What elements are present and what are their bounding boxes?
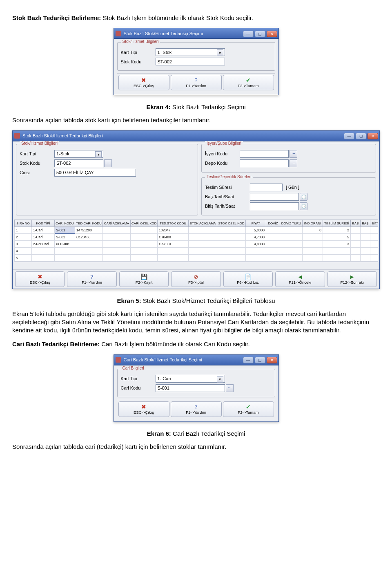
grid-cell[interactable] [370, 254, 379, 261]
f12-sonraki-button[interactable]: ►F12->Sonraki [327, 271, 377, 287]
table-row[interactable]: 21-CariS-002C120456C784004,70005 [15, 233, 379, 240]
table-row[interactable]: 5 [15, 254, 379, 261]
grid-cell[interactable] [361, 233, 370, 240]
grid-cell[interactable] [103, 226, 131, 233]
close-button[interactable]: ✕ [267, 31, 277, 37]
maximize-button[interactable]: ▢ [356, 133, 366, 139]
kart-tipi-combo[interactable]: 1- Stok [156, 48, 225, 56]
cinsi-input[interactable]: 500 GR FİLİZ ÇAY [54, 169, 136, 177]
grid-cell[interactable] [75, 254, 103, 261]
grid-cell[interactable] [370, 226, 379, 233]
grid-cell[interactable] [361, 240, 370, 247]
grid-cell[interactable]: 2-Pot.Cari [32, 240, 55, 247]
grid-cell[interactable] [158, 254, 189, 261]
grid-cell[interactable]: 3 [323, 240, 351, 247]
table-row[interactable]: 11-CariS-001147512001020475,0000020✕ [15, 226, 379, 233]
depo-kodu-input[interactable] [240, 159, 289, 167]
grid-cell[interactable] [370, 240, 379, 247]
grid-cell[interactable] [103, 233, 131, 240]
grid-cell[interactable] [361, 254, 370, 261]
grid-cell[interactable] [303, 240, 323, 247]
grid-cell[interactable]: S-002 [55, 233, 75, 240]
grid-cell[interactable] [361, 247, 370, 254]
f11-onceki-button[interactable]: ◄F11->Önceki [275, 271, 325, 287]
lookup-button[interactable]: ⋯ [290, 150, 297, 158]
lookup-button[interactable]: ⋯ [104, 159, 112, 167]
grid-cell[interactable]: 1-Cari [32, 226, 55, 233]
f6-kod-lis-button[interactable]: 📄F6->Kod Lis. [223, 271, 273, 287]
grid-cell[interactable] [131, 247, 158, 254]
grid-header[interactable]: DÖVİZ TÜRÜ [280, 220, 303, 226]
grid-cell[interactable] [32, 247, 55, 254]
grid-cell[interactable]: CAY001 [158, 240, 189, 247]
f2-tamam-button[interactable]: ✔F2->Tamam [223, 401, 274, 417]
bit-tarih-input[interactable] [250, 202, 299, 210]
grid-cell[interactable] [189, 226, 217, 233]
grid-cell[interactable] [246, 247, 266, 254]
grid-cell[interactable] [303, 247, 323, 254]
grid-cell[interactable]: 3 [15, 240, 32, 247]
maximize-button[interactable]: ▢ [255, 31, 265, 37]
grid-cell[interactable]: 102047 [158, 226, 189, 233]
clock-icon[interactable]: 🕒 [300, 193, 307, 201]
grid-cell[interactable] [266, 247, 280, 254]
grid-cell[interactable]: 5,0000 [246, 226, 266, 233]
grid-header[interactable]: TED.CARİ KODU [75, 220, 103, 226]
grid-cell[interactable] [189, 240, 217, 247]
grid-cell[interactable]: S-001 [55, 226, 75, 233]
grid-cell[interactable]: 14751200 [75, 226, 103, 233]
grid-cell[interactable] [361, 226, 370, 233]
grid-cell[interactable]: C78400 [158, 233, 189, 240]
grid-cell[interactable]: POT-001 [55, 240, 75, 247]
lookup-button[interactable]: ⋯ [226, 384, 234, 392]
grid-cell[interactable] [246, 254, 266, 261]
grid-cell[interactable] [266, 240, 280, 247]
f3-iptal-button[interactable]: ⊘F3->İptal [171, 271, 220, 287]
grid-cell[interactable] [32, 254, 55, 261]
esc-cikis-button[interactable]: ✖ESC->Çıkış [15, 271, 65, 287]
grid-cell[interactable] [217, 247, 246, 254]
tedarikci-grid[interactable]: SIRA NOKOD TİPİCARİ KODUTED.CARİ KODUCAR… [14, 220, 378, 262]
grid-cell[interactable] [55, 247, 75, 254]
grid-cell[interactable] [370, 247, 379, 254]
f1-yardim-button[interactable]: ？F1->Yardım [171, 401, 222, 417]
grid-cell[interactable] [103, 240, 131, 247]
close-button[interactable]: ✕ [267, 357, 277, 363]
grid-cell[interactable]: 4,8000 [246, 240, 266, 247]
kart-tipi-combo[interactable]: 1-Stok [54, 150, 103, 158]
close-button[interactable]: ✕ [368, 133, 378, 139]
grid-cell[interactable] [189, 233, 217, 240]
grid-cell[interactable]: 4 [15, 247, 32, 254]
stok-kodu-input[interactable]: ST-002 [156, 58, 225, 65]
grid-cell[interactable] [75, 240, 103, 247]
grid-cell[interactable] [158, 247, 189, 254]
grid-cell[interactable] [217, 233, 246, 240]
grid-cell[interactable] [217, 254, 246, 261]
lookup-button[interactable]: ⋯ [290, 159, 297, 167]
minimize-button[interactable]: — [243, 31, 254, 37]
cari-kodu-input[interactable]: S-001 [156, 384, 225, 392]
f1-yardim-button[interactable]: ？F1->Yardım [171, 75, 222, 90]
isyeri-kodu-input[interactable] [240, 150, 289, 158]
grid-cell[interactable] [131, 240, 158, 247]
grid-cell[interactable] [131, 233, 158, 240]
grid-cell[interactable] [55, 254, 75, 261]
grid-cell[interactable]: 1 [15, 226, 32, 233]
grid-cell[interactable] [323, 254, 351, 261]
minimize-button[interactable]: — [243, 357, 254, 363]
grid-cell[interactable] [280, 254, 303, 261]
teslim-suresi-input[interactable] [250, 184, 283, 191]
grid-cell[interactable] [280, 233, 303, 240]
grid-cell[interactable] [351, 254, 361, 261]
grid-cell[interactable] [131, 226, 158, 233]
grid-cell[interactable] [266, 233, 280, 240]
table-row[interactable]: 32-Pot.CariPOT-001CAY0014,80003 [15, 240, 379, 247]
grid-cell[interactable] [303, 254, 323, 261]
grid-header[interactable]: IND.ORANI [303, 220, 323, 226]
grid-header[interactable]: TED.STOK KODU [158, 220, 189, 226]
grid-cell[interactable]: 4,7000 [246, 233, 266, 240]
grid-cell[interactable] [280, 226, 303, 233]
grid-cell[interactable]: 1-Cari [32, 233, 55, 240]
grid-cell[interactable] [75, 247, 103, 254]
f2-kayit-button[interactable]: 💾F2->Kayıt [119, 271, 169, 287]
